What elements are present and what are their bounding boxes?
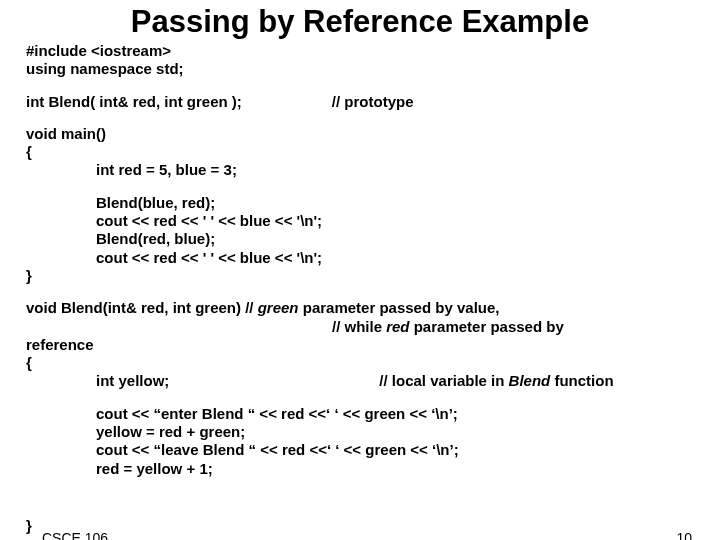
code-line: void main() — [26, 125, 694, 143]
code-line: cout << red << ' ' << blue << '\n'; — [26, 212, 694, 230]
code-line: using namespace std; — [26, 60, 694, 78]
code-line: reference — [26, 336, 694, 354]
code-line: #include <iostream> — [26, 42, 694, 60]
code-line: } — [26, 517, 32, 534]
code-line: cout << “enter Blend “ << red <<‘ ‘ << g… — [26, 405, 694, 423]
code-line: cout << “leave Blend “ << red <<‘ ‘ << g… — [26, 441, 694, 459]
code-line: cout << red << ' ' << blue << '\n'; — [26, 249, 694, 267]
code-line: Blend(red, blue); — [26, 230, 694, 248]
code-block: #include <iostream> using namespace std;… — [0, 42, 720, 478]
code-line: int yellow;// local variable in Blend fu… — [26, 372, 694, 390]
code-line: int red = 5, blue = 3; — [26, 161, 694, 179]
code-line: Blend(blue, red); — [26, 194, 694, 212]
code-line: void Blend(int& red, int green) // green… — [26, 299, 694, 317]
page-number: 10 — [676, 530, 692, 540]
code-line: yellow = red + green; — [26, 423, 694, 441]
code-line: { — [26, 143, 694, 161]
slide-title: Passing by Reference Example — [0, 4, 720, 40]
code-line: // while red parameter passed by — [26, 318, 694, 336]
code-line: { — [26, 354, 694, 372]
course-label: CSCE 106 — [42, 530, 108, 540]
code-line: } — [26, 267, 694, 285]
code-line: red = yellow + 1; — [26, 460, 694, 478]
code-line: int Blend( int& red, int green );// prot… — [26, 93, 694, 111]
